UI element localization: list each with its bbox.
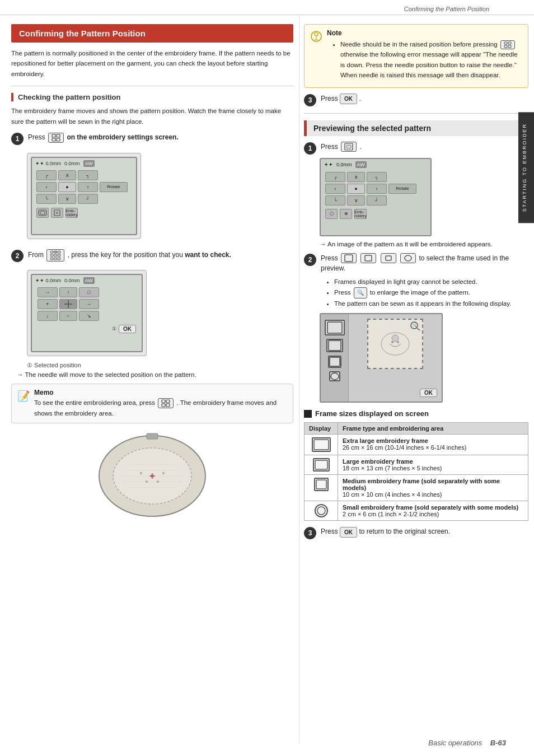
bullet-1: Frames displayed in light gray cannot be… <box>334 277 528 287</box>
svg-rect-54 <box>329 340 341 351</box>
magnify-btn[interactable]: 🔍 <box>354 287 367 298</box>
ps1-hoop-btn[interactable]: ⬡ <box>325 209 338 219</box>
frame-opt-1-icon <box>327 321 343 334</box>
frame-opt-2[interactable] <box>326 339 343 352</box>
preview-step3-circle: 3 <box>304 527 316 539</box>
frame-opt-4[interactable] <box>329 371 340 381</box>
frame-sel-btn-1[interactable] <box>341 253 357 263</box>
frame-row-1: Extra large embroidery frame 26 cm × 16 … <box>305 435 528 455</box>
preview-screen1-bottom: ⬡ ⊕ Emb-roidery <box>321 207 430 221</box>
pos-btn-9[interactable]: ↘ <box>79 311 99 321</box>
note-btn[interactable] <box>500 40 515 49</box>
svg-rect-44 <box>508 42 511 44</box>
pos-btn-3[interactable]: □ <box>79 287 99 297</box>
frame-sel-btn-2[interactable] <box>360 253 376 263</box>
preview-step3-ok-btn[interactable]: OK <box>340 527 357 538</box>
ps1-btn-dl[interactable]: └ <box>325 195 345 206</box>
step1-suffix: on the embroidery settings screen. <box>67 133 178 141</box>
svg-rect-51 <box>386 256 391 260</box>
ps1-btn-ur[interactable]: ┐ <box>367 172 387 182</box>
frame-desc-4: Small embroidery frame (sold separately … <box>338 501 528 521</box>
screen-top: ✦✦ 0.0mm 0.0mm AW <box>32 158 136 168</box>
bullet-3: The pattern can be sewn as it appears in… <box>334 298 528 309</box>
memo-button[interactable] <box>158 398 174 408</box>
ps1-btn-r[interactable]: › <box>367 184 387 194</box>
btn-frame-check[interactable] <box>51 208 63 218</box>
svg-rect-45 <box>504 45 507 48</box>
ps1-btn-c[interactable]: ● <box>347 184 365 194</box>
emb-screen-2: ✦✦ 0.0mm 0.0mm AW → ↑ □ + → ↓ ← ↘ <box>31 274 143 352</box>
ps1-emb-btn[interactable]: Emb-roidery <box>354 209 367 219</box>
frame-icon-xl <box>312 437 331 452</box>
ps1-rotate[interactable]: Rotate <box>388 184 416 194</box>
pos-btn-6[interactable]: → <box>79 299 99 309</box>
black-square-icon <box>304 410 312 418</box>
pos-btn-8[interactable]: ← <box>59 311 77 321</box>
pos-btn-2[interactable]: ↑ <box>59 287 77 297</box>
frame-icon-2 <box>305 455 338 475</box>
svg-rect-12 <box>50 254 53 256</box>
note-btn-icon <box>504 41 512 48</box>
note-title: Note <box>327 29 522 37</box>
btn-hoop[interactable] <box>36 208 49 218</box>
memo-text: To see the entire embroidering area, pre… <box>34 398 287 418</box>
btn-upright[interactable]: ┐ <box>78 170 98 180</box>
magnify-icon-preview: 🔍 <box>410 321 421 333</box>
preview-step3-text: Press OK to return to the original scree… <box>321 526 450 537</box>
svg-point-56 <box>331 373 339 380</box>
ps1-btn-dr[interactable]: ┘ <box>367 195 387 206</box>
svg-rect-50 <box>365 255 372 261</box>
ps1-btn-d[interactable]: ∨ <box>347 195 365 206</box>
btn-emb[interactable]: Emb-roidery <box>65 208 78 218</box>
ps1-btn-ul[interactable]: ┌ <box>325 172 345 182</box>
step-2-row: 2 From <box>11 249 293 262</box>
frame-table-col-display: Display <box>305 423 338 435</box>
frame-sizes-section-title: Frame sizes displayed on screen <box>304 409 528 418</box>
svg-point-58 <box>392 335 399 342</box>
step2-from-button[interactable] <box>46 249 64 262</box>
svg-rect-48 <box>346 145 351 148</box>
btn-downright[interactable]: ┘ <box>78 194 98 204</box>
btn-downleft[interactable]: └ <box>36 194 57 204</box>
frame-opt-1[interactable] <box>325 320 345 335</box>
svg-rect-20 <box>162 400 165 403</box>
frame-opt-3-icon <box>329 357 340 367</box>
svg-point-40 <box>315 32 318 36</box>
svg-rect-17 <box>58 258 60 260</box>
btn-up[interactable]: ∧ <box>58 170 76 180</box>
preview-step3-row: 3 Press OK to return to the original scr… <box>304 526 528 539</box>
btn-rotate[interactable]: Rotate <box>100 182 128 192</box>
intro-text: The pattern is normally positioned in th… <box>11 48 293 79</box>
pos-btn-1[interactable]: → <box>38 287 58 297</box>
screen2-ok-btn[interactable]: OK <box>119 325 136 333</box>
btn-upleft[interactable]: ┌ <box>36 170 57 180</box>
btn-center[interactable]: ● <box>58 182 76 192</box>
btn-left[interactable]: ‹ <box>36 182 57 192</box>
hoop-icon <box>38 209 47 217</box>
memo-box: 📝 Memo To see the entire embroidering ar… <box>11 384 293 423</box>
frame-icon-3 <box>305 475 338 501</box>
pos-btn-center[interactable] <box>59 299 77 309</box>
frame-sel-btn-4[interactable] <box>400 253 416 263</box>
ps1-btn-u[interactable]: ∧ <box>347 172 365 182</box>
frame-icon-lg <box>313 458 330 472</box>
step1-button[interactable] <box>48 133 64 143</box>
frame-sel-btn-3[interactable] <box>381 253 396 263</box>
svg-point-34 <box>162 472 165 474</box>
svg-rect-49 <box>345 255 353 262</box>
btn-right[interactable]: › <box>78 182 98 192</box>
ps1-btn-l[interactable]: ‹ <box>325 184 345 194</box>
ps1-frame-btn[interactable]: ⊕ <box>340 209 352 219</box>
pos-btn-7[interactable]: ↓ <box>38 311 58 321</box>
preview-ok-btn[interactable]: OK <box>420 389 437 397</box>
right-step3-ok-btn[interactable]: OK <box>340 94 357 104</box>
svg-point-52 <box>405 255 411 261</box>
frame-opt-3[interactable] <box>328 356 341 368</box>
svg-rect-5 <box>40 211 45 214</box>
pos-btn-4[interactable]: + <box>38 299 58 309</box>
svg-rect-53 <box>327 322 342 333</box>
svg-point-60 <box>397 341 399 343</box>
frame-row-3: Medium embroidery frame (sold separately… <box>305 475 528 501</box>
preview-step1-btn[interactable] <box>341 142 357 152</box>
btn-down[interactable]: ∨ <box>58 194 76 204</box>
